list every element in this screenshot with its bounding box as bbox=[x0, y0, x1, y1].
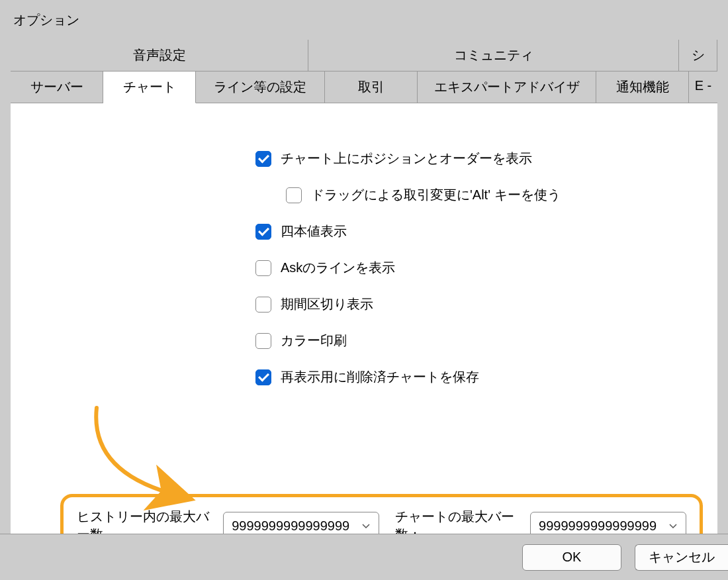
tab-community[interactable]: コミュニティ bbox=[308, 40, 679, 72]
checkbox-period-separator[interactable] bbox=[255, 297, 271, 313]
combo-chart-value: 9999999999999999 bbox=[539, 518, 657, 534]
label-ohlc: 四本値表示 bbox=[281, 222, 347, 240]
option-ask-line: Askのラインを表示 bbox=[255, 259, 691, 277]
ok-button[interactable]: OK bbox=[522, 544, 621, 571]
option-ohlc: 四本値表示 bbox=[255, 222, 691, 240]
option-color-print: カラー印刷 bbox=[255, 332, 691, 350]
option-show-positions: チャート上にポジションとオーダーを表示 bbox=[255, 150, 691, 168]
chart-options-panel: チャート上にポジションとオーダーを表示 ドラッグによる取引変更に'Alt' キー… bbox=[11, 103, 717, 580]
label-period-separator: 期間区切り表示 bbox=[281, 295, 373, 313]
label-alt-drag: ドラッグによる取引変更に'Alt' キーを使う bbox=[311, 186, 561, 204]
tab-lines[interactable]: ライン等の設定 bbox=[196, 72, 325, 103]
window-title-text: オプション bbox=[13, 11, 79, 29]
option-period-separator: 期間区切り表示 bbox=[255, 295, 691, 313]
tab-server[interactable]: サーバー bbox=[11, 72, 103, 103]
checkbox-save-deleted-charts[interactable] bbox=[255, 369, 271, 385]
tab-notifications[interactable]: 通知機能 bbox=[596, 72, 689, 103]
checkbox-color-print[interactable] bbox=[255, 333, 271, 349]
checkbox-ask-line[interactable] bbox=[255, 260, 271, 276]
tab-chart[interactable]: チャート bbox=[103, 72, 196, 103]
label-show-positions: チャート上にポジションとオーダーを表示 bbox=[281, 150, 532, 168]
chevron-down-icon bbox=[668, 521, 678, 530]
option-save-deleted-charts: 再表示用に削除済チャートを保存 bbox=[255, 368, 691, 386]
tabs-secondary-row: サーバー チャート ライン等の設定 取引 エキスパートアドバイザ 通知機能 E … bbox=[11, 72, 717, 103]
cancel-button[interactable]: キャンセル bbox=[635, 544, 728, 571]
tab-trade[interactable]: 取引 bbox=[325, 72, 418, 103]
tab-email[interactable]: E - bbox=[689, 72, 717, 103]
tab-signals[interactable]: シ bbox=[679, 40, 717, 72]
window-title: オプション bbox=[0, 0, 728, 40]
combo-history-value: 9999999999999999 bbox=[232, 518, 349, 534]
checkbox-alt-drag[interactable] bbox=[286, 187, 302, 203]
option-alt-drag: ドラッグによる取引変更に'Alt' キーを使う bbox=[255, 186, 691, 204]
tab-audio[interactable]: 音声設定 bbox=[11, 40, 308, 72]
dialog-footer: OK キャンセル bbox=[0, 534, 728, 580]
label-ask-line: Askのラインを表示 bbox=[281, 259, 395, 277]
tabs-top-row: 音声設定 コミュニティ シ bbox=[11, 40, 717, 72]
checkbox-ohlc[interactable] bbox=[255, 224, 271, 240]
chevron-down-icon bbox=[361, 521, 371, 530]
label-save-deleted-charts: 再表示用に削除済チャートを保存 bbox=[281, 368, 479, 386]
checkbox-show-positions[interactable] bbox=[255, 151, 271, 167]
label-color-print: カラー印刷 bbox=[281, 332, 347, 350]
tab-expert-advisor[interactable]: エキスパートアドバイザ bbox=[418, 72, 596, 103]
